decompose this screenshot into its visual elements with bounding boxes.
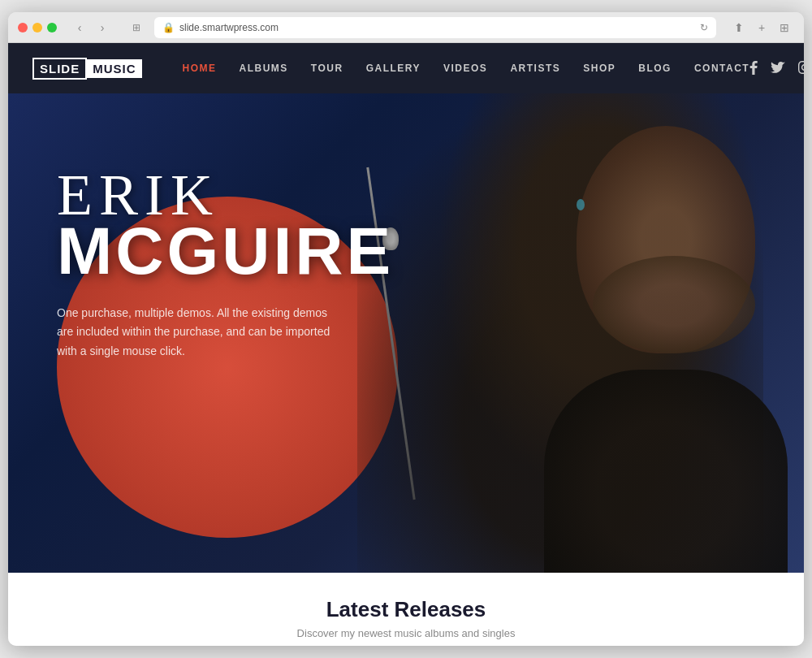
window-view-button[interactable]: ⊞ — [125, 19, 148, 37]
forward-button[interactable]: › — [93, 18, 112, 37]
new-tab-button[interactable]: + — [752, 18, 771, 37]
logo-slide: SLIDE — [32, 58, 87, 80]
latest-releases-section: Latest Releases Discover my newest music… — [8, 573, 804, 646]
nav-contact[interactable]: CONTACT — [694, 63, 749, 74]
website-content: SLIDE MUSIC HOME ALBUMS TOUR GALLERY VID… — [8, 43, 804, 646]
back-button[interactable]: ‹ — [70, 18, 89, 37]
nav-albums[interactable]: ALBUMS — [240, 63, 288, 74]
site-logo[interactable]: SLIDE MUSIC — [32, 58, 142, 80]
security-icon: 🔒 — [162, 22, 175, 33]
hero-description: One purchase, multiple demos. All the ex… — [57, 304, 333, 361]
nav-videos[interactable]: VIDEOS — [443, 63, 487, 74]
logo-music: MUSIC — [87, 59, 141, 78]
nav-tour[interactable]: TOUR — [311, 63, 343, 74]
close-button[interactable] — [18, 23, 28, 32]
instagram-icon[interactable] — [798, 61, 804, 76]
hero-section: ERIK MCGUIRE One purchase, multiple demo… — [8, 93, 804, 573]
artist-last-name: MCGUIRE — [57, 218, 394, 284]
nav-blog[interactable]: BLOG — [638, 63, 672, 74]
maximize-button[interactable] — [47, 23, 57, 32]
url-display: slide.smartwpress.com — [179, 22, 279, 33]
latest-releases-subtitle: Discover my newest music albums and sing… — [8, 627, 804, 639]
browser-titlebar: ‹ › ⊞ 🔒 slide.smartwpress.com ↻ ⬆ + ⊞ — [8, 12, 804, 43]
nav-shop[interactable]: SHOP — [583, 63, 615, 74]
tab-overview-button[interactable]: ⊞ — [775, 18, 794, 37]
nav-home[interactable]: HOME — [183, 63, 217, 74]
performer-beard — [593, 256, 755, 353]
reload-button[interactable]: ↻ — [700, 22, 708, 33]
browser-action-buttons: ⬆ + ⊞ — [729, 18, 794, 37]
performer-earpiece — [577, 199, 585, 210]
hero-content: ERIK MCGUIRE One purchase, multiple demo… — [57, 166, 394, 361]
performer-body — [544, 370, 788, 573]
browser-navigation: ‹ › — [70, 18, 112, 37]
twitter-icon[interactable] — [771, 62, 785, 76]
social-links: 0 — [749, 59, 804, 77]
share-button[interactable]: ⬆ — [729, 18, 749, 37]
address-bar[interactable]: 🔒 slide.smartwpress.com ↻ — [154, 17, 716, 38]
nav-gallery[interactable]: GALLERY — [366, 63, 421, 74]
minimize-button[interactable] — [32, 23, 42, 32]
facebook-icon[interactable] — [749, 60, 758, 77]
nav-artists[interactable]: ARTISTS — [510, 63, 560, 74]
browser-window: ‹ › ⊞ 🔒 slide.smartwpress.com ↻ ⬆ + ⊞ SL… — [8, 12, 804, 646]
latest-releases-title: Latest Releases — [8, 597, 804, 622]
nav-menu: HOME ALBUMS TOUR GALLERY VIDEOS ARTISTS … — [183, 63, 750, 74]
site-navigation: SLIDE MUSIC HOME ALBUMS TOUR GALLERY VID… — [8, 43, 804, 93]
traffic-lights — [18, 23, 57, 32]
